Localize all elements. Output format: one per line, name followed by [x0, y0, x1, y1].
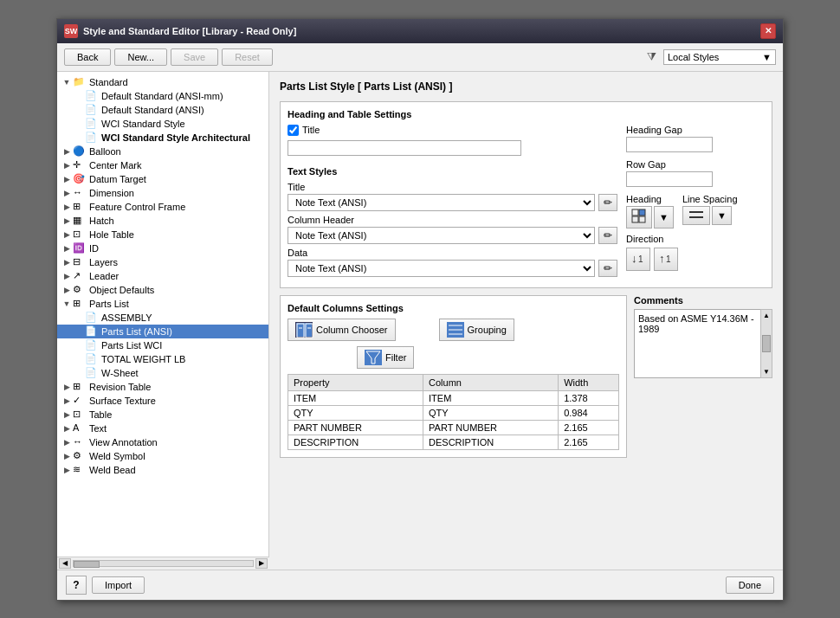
sidebar-item-default-ansi[interactable]: 📄 Default Standard (ANSI) — [57, 103, 268, 117]
expand-icon: ▶ — [61, 466, 73, 474]
heading-table-section: Heading and Table Settings Title Parts L… — [280, 101, 772, 288]
back-button[interactable]: Back — [64, 48, 111, 66]
reset-button[interactable]: Reset — [222, 48, 273, 66]
sidebar-scrollbar: ◀ ▶ — [57, 557, 269, 570]
sidebar-label: Default Standard (ANSI-mm) — [101, 91, 223, 101]
table-row[interactable]: PART NUMBERPART NUMBER2.165 — [288, 420, 619, 435]
toolbar: Back New... Save Reset ⧩ Local Styles ▼ — [57, 43, 783, 72]
sidebar-item-weld-symbol[interactable]: ▶ ⚙ Weld Symbol — [57, 449, 268, 463]
sidebar-item-dimension[interactable]: ▶ ↔ Dimension — [57, 186, 268, 200]
title-checkbox[interactable] — [288, 125, 299, 136]
done-button[interactable]: Done — [726, 576, 774, 594]
table-icon: ⊡ — [73, 409, 87, 421]
table-row[interactable]: QTYQTY0.984 — [288, 405, 619, 420]
line-spacing-button[interactable] — [682, 206, 710, 225]
dimension-icon: ↔ — [73, 187, 87, 199]
sidebar-item-balloon[interactable]: ▶ 🔵 Balloon — [57, 145, 268, 158]
sidebar-label: Feature Control Frame — [89, 202, 185, 212]
sidebar-item-id[interactable]: ▶ 🆔 ID — [57, 241, 268, 255]
sidebar-item-object-defaults[interactable]: ▶ ⚙ Object Defaults — [57, 283, 268, 297]
local-styles-dropdown[interactable]: Local Styles ▼ — [663, 49, 776, 65]
line-spacing-dropdown-button[interactable]: ▼ — [712, 206, 732, 225]
row-gap-input[interactable]: 0.035 in — [626, 171, 713, 187]
help-button[interactable]: ? — [66, 576, 87, 595]
svg-text:1: 1 — [666, 254, 671, 264]
object-defaults-icon: ⚙ — [73, 284, 87, 296]
scrollbar-up-arrow[interactable]: ▲ — [763, 312, 770, 319]
sidebar-label: W-Sheet — [101, 368, 139, 378]
table-cell-property: QTY — [288, 405, 423, 420]
sidebar-item-parts-list-wci[interactable]: 📄 Parts List WCI — [57, 338, 268, 352]
sidebar-item-weld-bead[interactable]: ▶ ≋ Weld Bead — [57, 463, 268, 477]
layers-icon: ⊟ — [73, 256, 87, 268]
data-select[interactable]: Note Text (ANSI) — [288, 260, 595, 277]
sidebar-item-view-annotation[interactable]: ▶ ↔ View Annotation — [57, 435, 268, 449]
sidebar-label: Dimension — [89, 188, 134, 198]
save-button[interactable]: Save — [171, 48, 218, 66]
sidebar-item-parts-list-ansi[interactable]: 📄 Parts List (ANSI) — [57, 325, 268, 338]
sidebar-item-parts-list[interactable]: ▼ ⊞ Parts List — [57, 297, 268, 311]
sidebar-item-datum-target[interactable]: ▶ 🎯 Datum Target — [57, 172, 268, 186]
feature-control-icon: ⊞ — [73, 201, 87, 213]
heading-dropdown-button[interactable]: ▼ — [654, 206, 674, 229]
app-icon: SW — [64, 24, 78, 38]
direction-up-button[interactable]: ↑ 1 — [654, 248, 678, 271]
balloon-icon: 🔵 — [73, 145, 87, 158]
title-style-edit-button[interactable]: ✏ — [598, 194, 617, 211]
columns-table: Property Column Width ITEMITEM1.378QTYQT… — [288, 374, 619, 450]
sidebar-item-text[interactable]: ▶ A Text — [57, 422, 268, 435]
scroll-track — [73, 560, 254, 567]
weld-symbol-icon: ⚙ — [73, 450, 87, 462]
expand-icon: ▶ — [61, 175, 73, 183]
sidebar-item-wci-standard[interactable]: 📄 WCI Standard Style — [57, 117, 268, 131]
scrollbar-down-arrow[interactable]: ▼ — [763, 368, 770, 376]
sidebar-item-leader[interactable]: ▶ ↗ Leader — [57, 269, 268, 283]
scroll-left-arrow[interactable]: ◀ — [59, 558, 71, 569]
sidebar-label: Leader — [89, 271, 119, 281]
grouping-icon — [447, 322, 464, 338]
svg-rect-11 — [306, 324, 313, 338]
sidebar-label: ASSEMBLY — [101, 312, 152, 323]
grouping-button[interactable]: Grouping — [439, 319, 514, 341]
import-button[interactable]: Import — [92, 576, 145, 594]
heading-gap-input[interactable]: 0.035 in — [626, 137, 713, 152]
sidebar-item-feature-control[interactable]: ▶ ⊞ Feature Control Frame — [57, 200, 268, 214]
svg-rect-0 — [632, 209, 638, 216]
direction-down-button[interactable]: ↓ 1 — [626, 248, 650, 271]
title-style-select[interactable]: Note Text (ANSI) — [288, 194, 595, 211]
sidebar-item-surface-texture[interactable]: ▶ ✓ Surface Texture — [57, 394, 268, 408]
sidebar-label: Default Standard (ANSI) — [101, 105, 204, 115]
svg-rect-10 — [297, 324, 304, 338]
sidebar-item-standard[interactable]: ▼ 📁 Standard — [57, 75, 268, 89]
sidebar-item-w-sheet[interactable]: 📄 W-Sheet — [57, 366, 268, 380]
table-cell-column: ITEM — [423, 390, 559, 405]
doc-icon: 📄 — [85, 132, 99, 144]
sidebar-item-revision-table[interactable]: ▶ ⊞ Revision Table — [57, 380, 268, 394]
column-chooser-button[interactable]: Column Chooser — [288, 319, 396, 341]
new-button[interactable]: New... — [114, 48, 167, 66]
sidebar-item-total-weight[interactable]: 📄 TOTAL WEIGHT LB — [57, 352, 268, 366]
title-input[interactable]: Parts List — [288, 140, 521, 156]
sidebar-item-assembly[interactable]: 📄 ASSEMBLY — [57, 311, 268, 325]
main-window: SW Style and Standard Editor [Library - … — [56, 18, 784, 601]
sidebar-item-table[interactable]: ▶ ⊡ Table — [57, 408, 268, 422]
heading-gap-label: Heading Gap — [626, 125, 765, 135]
column-header-edit-button[interactable]: ✏ — [598, 227, 617, 244]
filter-button[interactable]: Filter — [357, 346, 414, 369]
sidebar-label: Parts List (ANSI) — [101, 326, 172, 337]
sidebar-item-wci-arch[interactable]: 📄 WCI Standard Style Architectural — [57, 131, 268, 145]
column-header-select[interactable]: Note Text (ANSI) — [288, 227, 595, 244]
heading-grid-button[interactable] — [626, 206, 652, 229]
sidebar-item-center-mark[interactable]: ▶ ✛ Center Mark — [57, 158, 268, 172]
table-row[interactable]: DESCRIPTIONDESCRIPTION2.165 — [288, 435, 619, 449]
parts-list-icon: ⊞ — [73, 298, 87, 310]
sidebar-item-hatch[interactable]: ▶ ▦ Hatch — [57, 214, 268, 228]
close-button[interactable]: ✕ — [760, 23, 776, 39]
table-row[interactable]: ITEMITEM1.378 — [288, 390, 619, 405]
scroll-right-arrow[interactable]: ▶ — [255, 558, 268, 569]
sidebar-item-layers[interactable]: ▶ ⊟ Layers — [57, 255, 268, 269]
data-edit-button[interactable]: ✏ — [598, 260, 617, 277]
expand-icon: ▶ — [61, 286, 73, 294]
sidebar-item-default-ansi-mm[interactable]: 📄 Default Standard (ANSI-mm) — [57, 89, 268, 103]
sidebar-item-hole-table[interactable]: ▶ ⊡ Hole Table — [57, 228, 268, 241]
